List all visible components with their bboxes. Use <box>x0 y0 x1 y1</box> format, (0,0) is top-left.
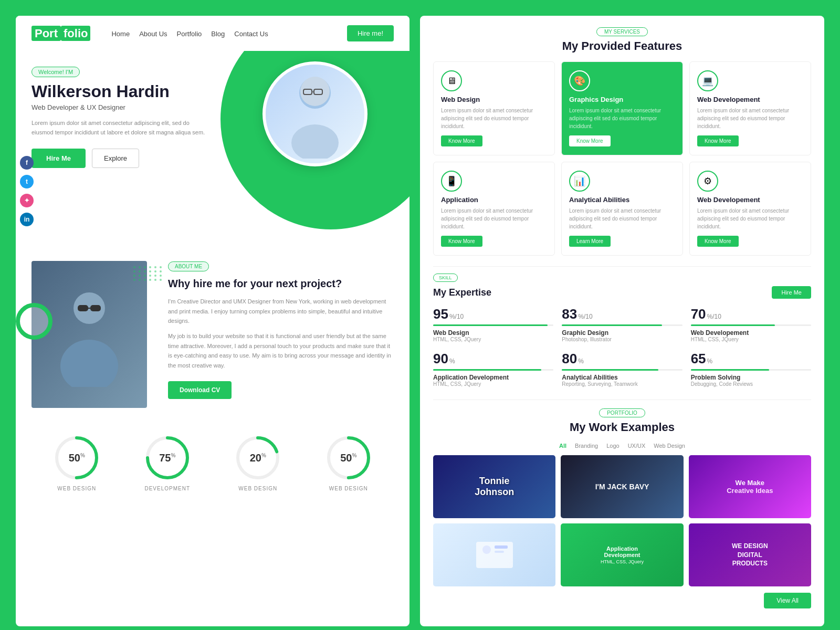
nav-blog[interactable]: Blog <box>211 30 225 38</box>
hire-me-button[interactable]: Hire Me <box>32 149 86 168</box>
skill-webdev-name: Web Developement <box>691 329 811 337</box>
services-header: MY SERVICES My Provided Features <box>433 26 811 53</box>
service-btn-analytics[interactable]: Learn More <box>569 236 611 247</box>
twitter-icon[interactable]: t <box>20 175 34 188</box>
skill-webdesign-name: Web Design <box>433 329 553 337</box>
service-icon-webdev: 💻 <box>697 70 718 91</box>
skill-analytical-sup: % <box>578 358 584 365</box>
service-desc-webdesign: Lorem ipsum dolor sit amet consectetur a… <box>441 107 547 130</box>
portfolio-thumb-5: ApplicationDevelopmentHTML, CSS, JQuery <box>561 523 683 586</box>
skill-graphic-sup: %/10 <box>578 313 592 320</box>
stat-label-4: WEB DESIGN <box>329 486 368 491</box>
service-title-analytics: Analytical Abilities <box>569 196 675 204</box>
skill-badge: SKILL <box>433 274 458 282</box>
service-icon-webdesign: 🖥 <box>441 70 462 91</box>
skill-webdesign-sup: %/10 <box>449 313 464 320</box>
skills-grid: 95 %/10 Web Design HTML, CSS, JQuery 83 … <box>433 306 811 387</box>
stat-circle-1: 50% <box>53 434 100 481</box>
filter-all[interactable]: All <box>559 443 566 449</box>
service-btn-app[interactable]: Know More <box>441 236 482 247</box>
portfolio-item-4[interactable] <box>433 523 555 586</box>
welcome-badge: Welcome! I'M <box>32 67 80 77</box>
facebook-icon[interactable]: f <box>20 156 34 170</box>
skill-webdesign: 95 %/10 Web Design HTML, CSS, JQuery <box>433 306 553 342</box>
service-desc-webdev: Lorem ipsum dolor sit amet consectetur a… <box>697 107 803 130</box>
avatar-image <box>266 65 364 163</box>
service-card-analytics: 📊 Analytical Abilities Lorem ipsum dolor… <box>561 162 683 256</box>
view-all-button[interactable]: View All <box>764 593 811 608</box>
nav-hire-button[interactable]: Hire me! <box>347 25 394 41</box>
about-para1: I'm Creative Director and UMX Designer f… <box>168 297 394 326</box>
stat-label-2: DEVELOPMENT <box>144 486 190 491</box>
service-btn-graphics[interactable]: Know More <box>569 135 611 146</box>
svg-rect-21 <box>495 545 508 549</box>
nav-portfolio[interactable]: Portfolio <box>177 30 202 38</box>
stat-percent-1: 50% <box>69 452 85 464</box>
service-desc-graphics: Lorem ipsum dolor sit amet consectetur a… <box>569 107 675 130</box>
service-title-webdev: Web Developement <box>697 96 803 103</box>
service-icon-analytics: 📊 <box>569 171 590 192</box>
portfolio-item-5[interactable]: ApplicationDevelopmentHTML, CSS, JQuery <box>561 523 683 586</box>
explore-button[interactable]: Explore <box>92 149 139 168</box>
hero-section: f t ✦ in Welcome! I'M Wilkerson Hardin W… <box>16 51 410 245</box>
nav-home[interactable]: Home <box>111 30 130 38</box>
service-btn-webdev2[interactable]: Know More <box>697 236 739 247</box>
logo-highlight: folio <box>61 26 90 41</box>
stat-percent-2: 75% <box>159 452 175 464</box>
skill-webdesign-percent: 95 <box>433 306 448 322</box>
skill-section: SKILL My Expertise Hire Me 95 %/10 Web D… <box>433 266 811 392</box>
skill-graphic: 83 %/10 Graphic Design Photoshop, Illust… <box>562 306 682 342</box>
filter-webdesign[interactable]: Web Design <box>654 443 685 449</box>
portfolio-thumb-1: TonnieJohnson <box>433 455 555 518</box>
skill-webdev-percent: 70 <box>691 306 706 322</box>
download-cv-button[interactable]: Download CV <box>168 381 232 399</box>
filter-branding[interactable]: Branding <box>575 443 598 449</box>
filter-logo[interactable]: Logo <box>606 443 619 449</box>
skill-appdev-sup: % <box>449 358 455 365</box>
hero-content: Welcome! I'M Wilkerson Hardin Web Develo… <box>32 67 210 168</box>
about-heading: Why hire me for your next project? <box>168 277 394 290</box>
service-card-webdesign: 🖥 Web Design Lorem ipsum dolor sit amet … <box>433 61 555 155</box>
service-btn-webdev[interactable]: Know More <box>697 135 739 146</box>
service-icon-webdev2: ⚙ <box>697 171 718 192</box>
dribbble-icon[interactable]: ✦ <box>20 194 34 207</box>
skill-appdev-name: Application Development <box>433 374 553 381</box>
portfolio-item-3[interactable]: We MakeCreative Ideas <box>689 455 811 518</box>
nav-links: Home About Us Portfolio Blog Contact Us <box>111 29 331 38</box>
stat-web-design-2: 20% WEB DESIGN <box>234 434 281 491</box>
skill-hire-button[interactable]: Hire Me <box>772 286 811 299</box>
hero-desc: Lorem ipsum dolor sit amet consectetur a… <box>32 119 210 137</box>
services-badge: MY SERVICES <box>596 27 648 36</box>
stat-label-3: WEB DESIGN <box>238 486 277 491</box>
service-btn-webdesign[interactable]: Know More <box>441 135 482 146</box>
portfolio-badge: PORTFOLIO <box>599 408 645 417</box>
skill-title: My Expertise <box>433 287 491 298</box>
filter-ux[interactable]: UX/UX <box>628 443 646 449</box>
portfolio-thumb-4 <box>433 523 555 586</box>
skill-webdev-tags: HTML, CSS, JQuery <box>691 337 811 342</box>
portfolio-item-1[interactable]: TonnieJohnson <box>433 455 555 518</box>
service-title-webdev2: Web Developement <box>697 196 803 204</box>
portfolio-title: My Work Examples <box>433 421 811 434</box>
stat-percent-3: 20% <box>250 452 266 464</box>
portfolio-item-2[interactable]: I'M JACK BAVY <box>561 455 683 518</box>
nav-contact[interactable]: Contact Us <box>234 30 268 38</box>
skill-problem-sup: % <box>707 358 713 365</box>
service-desc-webdev2: Lorem ipsum dolor sit amet consectetur a… <box>697 207 803 230</box>
portfolio-item-6[interactable]: WE DESIGNDIGITALPRODUCTS <box>689 523 811 586</box>
stats-row: 50% WEB DESIGN 75% DEVELOPMENT <box>16 424 410 507</box>
svg-point-7 <box>60 340 118 387</box>
linkedin-icon[interactable]: in <box>20 213 34 226</box>
portfolio-grid: TonnieJohnson I'M JACK BAVY We MakeCreat… <box>433 455 811 586</box>
stat-circle-4: 50% <box>325 434 372 481</box>
svg-rect-9 <box>90 305 101 311</box>
about-image <box>32 261 147 408</box>
about-para2: My job is to build your website so that … <box>168 331 394 371</box>
skill-graphic-percent: 83 <box>562 306 577 322</box>
stat-development: 75% DEVELOPMENT <box>144 434 191 491</box>
stat-circle-3: 20% <box>234 434 281 481</box>
dot-decoration <box>133 266 163 281</box>
nav-about[interactable]: About Us <box>139 30 167 38</box>
hero-name: Wilkerson Hardin <box>32 82 210 101</box>
navbar: Portfolio Home About Us Portfolio Blog C… <box>16 16 410 51</box>
